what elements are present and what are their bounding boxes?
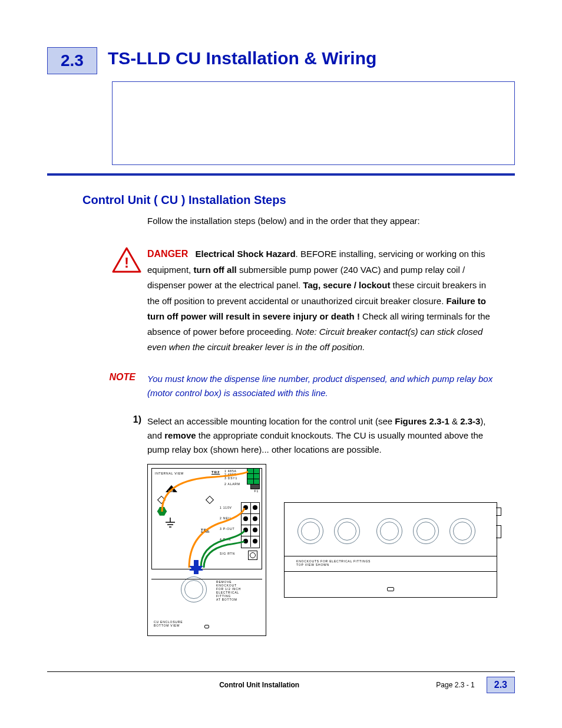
page-title: TS-LLD CU Installation & Wiring [108, 48, 376, 68]
figure-cu-topview: KNOCKOUTS FOR ELECTRICAL FITTINGS TOP VI… [284, 502, 497, 598]
intro-text: Follow the installation steps (below) an… [147, 214, 497, 228]
divider-rule [47, 173, 515, 176]
note-label: NOTE [47, 372, 147, 383]
fig-right-caption: KNOCKOUTS FOR ELECTRICAL FITTINGS TOP VI… [296, 559, 371, 566]
wiring-svg [148, 465, 266, 571]
step-1: 1) Select an accessible mounting locatio… [47, 414, 515, 457]
page-footer: Control Unit Installation Page 2.3 - 1 2… [47, 671, 515, 693]
section-header: 2.3 TS-LLD CU Installation & Wiring [47, 47, 515, 74]
danger-block: ! DANGER Electrical Shock Hazard. BEFORE… [47, 246, 515, 355]
knockout-note: REMOVE KNOCKOUT FOR 1/2 INCH ELECTRICAL … [216, 580, 241, 601]
danger-bold1: turn off all [193, 265, 236, 275]
danger-text: DANGER Electrical Shock Hazard. BEFORE i… [147, 246, 497, 355]
step-number: 1) [47, 414, 147, 425]
footer-section-badge: 2.3 [487, 677, 515, 693]
step-text: Select an accessible mounting location f… [147, 414, 497, 457]
bottom-caption: CU ENCLOSURE BOTTOM VIEW [154, 620, 183, 627]
step1-c: the appropriate conduit knockouts. The C… [147, 430, 483, 454]
danger-bold2: Tag, secure / lockout [303, 280, 390, 290]
danger-hazard: Electrical Shock Hazard [196, 249, 296, 259]
subheading: Control Unit ( CU ) Installation Steps [82, 193, 515, 207]
section-number-badge: 2.3 [47, 47, 97, 74]
note-block: NOTE You must know the dispense line num… [47, 372, 515, 400]
svg-text:!: ! [124, 255, 129, 271]
step1-a: Select an accessible mounting location f… [147, 416, 395, 426]
warning-icon: ! [112, 247, 141, 275]
danger-label: DANGER [147, 249, 188, 259]
step1-bold3: remove [164, 430, 196, 440]
step1-amp: & [449, 416, 460, 426]
intro-box-placeholder [112, 81, 515, 165]
figure-cu-internal: INTERNAL VIEW TB2 1 485A 2 485B 3 DSY1 2… [147, 464, 266, 636]
footer-center: Control Unit Installation [82, 681, 436, 689]
step1-bold2: 2.3-3 [460, 416, 480, 426]
footer-page: Page 2.3 - 1 [436, 681, 474, 689]
note-body: You must know the dispense line number, … [147, 372, 497, 400]
figure-row: INTERNAL VIEW TB2 1 485A 2 485B 3 DSY1 2… [147, 464, 497, 636]
step1-bold1: Figures 2.3-1 [395, 416, 449, 426]
